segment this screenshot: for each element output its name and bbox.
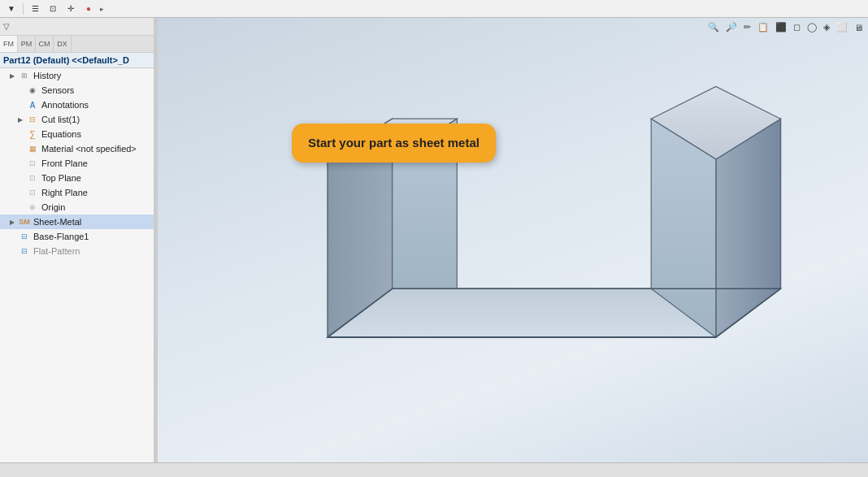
status-bar [0, 462, 868, 477]
tree-item-sheetmetal[interactable]: ▶ SM Sheet-Metal [0, 215, 154, 229]
label-history: History [33, 71, 61, 80]
main-area: ▽ FM PM CM DX Part12 (Default) <<Default… [0, 18, 868, 462]
icon-material: ▦ [26, 143, 39, 154]
label-sensors: Sensors [41, 85, 74, 95]
tree-item-equations[interactable]: ∑ Equations [0, 127, 154, 141]
expand-history[interactable]: ▶ [10, 72, 18, 80]
tb-btn-2[interactable]: ⊡ [45, 2, 61, 16]
tooltip-balloon: Start your part as sheet metal [292, 124, 496, 163]
label-material: Material <not specified> [41, 144, 137, 154]
icon-history: ⊞ [18, 70, 31, 81]
tree-item-annotations[interactable]: A Annotations [0, 98, 154, 112]
icon-cutlist: ⊟ [26, 114, 39, 125]
icon-annotations: A [26, 99, 39, 111]
label-frontplane: Front Plane [41, 158, 88, 168]
label-baseflange: Base-Flange1 [33, 232, 89, 241]
tree-item-baseflange[interactable]: ⊟ Base-Flange1 [0, 229, 154, 244]
tree-item-topplane[interactable]: ⊡ Top Plane [0, 171, 154, 185]
label-cutlist: Cut list(1) [41, 115, 80, 124]
tab-property[interactable]: PM [18, 36, 36, 52]
label-rightplane: Right Plane [41, 188, 88, 197]
tree-tabs: FM PM CM DX [0, 36, 154, 53]
label-equations: Equations [41, 129, 81, 139]
tree-root[interactable]: Part12 (Default) <<Default>_D [0, 53, 154, 68]
top-toolbar: ▼ ☰ ⊡ ✛ ● ▸ [0, 0, 868, 18]
label-flatpattern: Flat-Pattern [33, 246, 80, 256]
icon-rightplane: ⊡ [26, 187, 39, 198]
tree-item-history[interactable]: ▶ ⊞ History [0, 68, 154, 83]
label-sheetmetal: Sheet-Metal [33, 217, 81, 227]
icon-topplane: ⊡ [26, 172, 39, 184]
icon-sheetmetal: SM [18, 216, 31, 228]
tree-item-rightplane[interactable]: ⊡ Right Plane [0, 185, 154, 200]
filter-bar: ▽ [0, 18, 154, 36]
label-annotations: Annotations [41, 100, 89, 110]
filter-button[interactable]: ▼ [3, 2, 20, 16]
tb-btn-4[interactable]: ● [80, 2, 97, 16]
icon-frontplane: ⊡ [26, 158, 39, 169]
toolbar-more-btn[interactable]: ▸ [98, 5, 106, 13]
icon-equations: ∑ [26, 128, 39, 140]
tooltip-text: Start your part as sheet metal [308, 136, 480, 150]
label-origin: Origin [41, 202, 65, 212]
tree-item-cutlist[interactable]: ▶ ⊟ Cut list(1) [0, 112, 154, 127]
tree-item-flatpattern[interactable]: ⊟ Flat-Pattern [0, 244, 154, 258]
tb-btn-1[interactable]: ☰ [27, 2, 43, 16]
tree-item-material[interactable]: ▦ Material <not specified> [0, 141, 154, 156]
tree-item-frontplane[interactable]: ⊡ Front Plane [0, 156, 154, 171]
feature-tree-panel: ▽ FM PM CM DX Part12 (Default) <<Default… [0, 18, 154, 462]
sep1 [23, 3, 24, 15]
label-topplane: Top Plane [41, 173, 81, 183]
expand-cutlist[interactable]: ▶ [18, 116, 26, 124]
3d-viewport[interactable]: 🔍 🔎 ✏ 📋 ⬛ ◻ ◯ ◈ ⬜ 🖥 [158, 18, 868, 462]
tree-item-origin[interactable]: ⊕ Origin [0, 200, 154, 215]
expand-sheetmetal[interactable]: ▶ [10, 219, 18, 226]
tab-config[interactable]: CM [36, 36, 54, 52]
tree-item-sensors[interactable]: ◉ Sensors [0, 83, 154, 98]
filter-icon: ▽ [3, 22, 10, 31]
tab-feature-manager[interactable]: FM [0, 36, 18, 52]
tb-btn-3[interactable]: ✛ [63, 2, 79, 16]
icon-sensors: ◉ [26, 85, 39, 96]
feature-tree-content: Part12 (Default) <<Default>_D ▶ ⊞ Histor… [0, 53, 154, 462]
3d-model-svg [158, 18, 868, 462]
tab-dim[interactable]: DX [54, 36, 72, 52]
icon-flatpattern: ⊟ [18, 245, 31, 257]
icon-baseflange: ⊟ [18, 231, 31, 242]
icon-origin: ⊕ [26, 202, 39, 213]
